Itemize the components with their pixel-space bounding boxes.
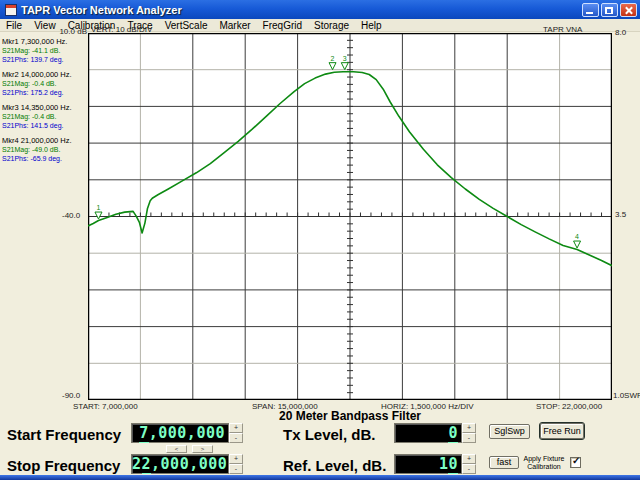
- window-bottom-border: [0, 475, 640, 480]
- marker3-readout: Mkr3 14,350,000 Hz. S21Mag: -0.4 dB. S21…: [2, 103, 88, 130]
- ref-level-field[interactable]: 10: [394, 454, 462, 474]
- marker1-phs: S21Phs: 139.7 deg.: [2, 55, 88, 64]
- app-window: TAPR Vector Network Analyzer File View C…: [0, 0, 640, 480]
- left-axis-mid-label: -40.0: [62, 211, 80, 220]
- start-frequency-field[interactable]: 7,000,000: [131, 423, 229, 443]
- single-sweep-button[interactable]: SglSwp: [489, 424, 530, 439]
- nudge-left-button[interactable]: <: [166, 445, 187, 453]
- marker1-number: 1: [97, 204, 101, 211]
- window-title: TAPR Vector Network Analyzer: [21, 4, 582, 16]
- apply-fixture-calibration-checkbox[interactable]: ✓: [570, 457, 581, 468]
- marker2-freq: Mkr2 14,000,000 Hz.: [2, 70, 88, 79]
- stop-freq-down-button[interactable]: -: [229, 464, 243, 474]
- plot-area: 1234: [88, 33, 612, 404]
- app-icon: [5, 4, 17, 16]
- tx-level-field[interactable]: 0: [394, 423, 462, 443]
- ref-level-up-button[interactable]: +: [462, 454, 476, 464]
- menu-vertscale[interactable]: VertScale: [159, 19, 214, 32]
- close-button[interactable]: [620, 3, 637, 17]
- minimize-button[interactable]: [582, 3, 599, 17]
- marker4-mag: S21Mag: -49.0 dB.: [2, 145, 88, 154]
- right-axis-bottom-label: 1.0SWR: [613, 391, 640, 400]
- tx-level-up-button[interactable]: +: [462, 423, 476, 433]
- tx-level-stepper: + -: [462, 423, 476, 443]
- start-frequency-stepper: + -: [229, 423, 243, 443]
- ref-level-stepper: + -: [462, 454, 476, 474]
- marker3-mag: S21Mag: -0.4 dB.: [2, 112, 88, 121]
- right-axis-top-label: 8.0: [615, 28, 626, 37]
- marker1-mag: S21Mag: -41.1 dB.: [2, 46, 88, 55]
- minimize-icon: [586, 12, 593, 14]
- ref-level-label: Ref. Level, dB.: [283, 457, 386, 474]
- marker4-number: 4: [575, 233, 579, 240]
- marker1-freq: Mkr1 7,300,000 Hz.: [2, 37, 88, 46]
- menu-freqgrid[interactable]: FreqGrid: [257, 19, 308, 32]
- start-freq-up-button[interactable]: +: [229, 423, 243, 433]
- stop-frequency-label: Stop Frequency: [7, 457, 120, 474]
- maximize-button[interactable]: [601, 3, 618, 17]
- menu-storage[interactable]: Storage: [308, 19, 355, 32]
- tx-level-down-button[interactable]: -: [462, 433, 476, 443]
- stop-frequency-stepper: + -: [229, 454, 243, 474]
- start-frequency-label: Start Frequency: [7, 426, 121, 443]
- checkmark-icon: ✓: [572, 455, 580, 466]
- marker4-freq: Mkr4 21,000,000 Hz.: [2, 136, 88, 145]
- maximize-icon: [605, 7, 613, 14]
- fast-button[interactable]: fast: [489, 456, 519, 469]
- marker2-phs: S21Phs: 175.2 deg.: [2, 88, 88, 97]
- nudge-right-button[interactable]: >: [192, 445, 213, 453]
- marker4-readout: Mkr4 21,000,000 Hz. S21Mag: -49.0 dB. S2…: [2, 136, 88, 163]
- chart-title: 20 Meter Bandpass Filter: [88, 409, 612, 423]
- ref-level-down-button[interactable]: -: [462, 464, 476, 474]
- right-axis-mid-label: 3.5: [615, 210, 626, 219]
- marker4-phs: S21Phs: -65.9 deg.: [2, 154, 88, 163]
- menu-marker[interactable]: Marker: [213, 19, 256, 32]
- start-freq-down-button[interactable]: -: [229, 433, 243, 443]
- marker3-freq: Mkr3 14,350,000 Hz.: [2, 103, 88, 112]
- left-axis-bottom-label: -90.0: [62, 391, 80, 400]
- menu-file[interactable]: File: [0, 19, 28, 32]
- left-axis-top-label: 10.0 dB: [54, 27, 87, 36]
- apply-fixture-calibration-label: Apply Fixture Calibration: [520, 455, 568, 470]
- marker2-number: 2: [331, 55, 335, 62]
- stop-freq-up-button[interactable]: +: [229, 454, 243, 464]
- stop-frequency-field[interactable]: 22,000,000: [131, 454, 229, 474]
- marker3-phs: S21Phs: 141.5 deg.: [2, 121, 88, 130]
- free-run-button[interactable]: Free Run: [540, 423, 584, 439]
- marker2-readout: Mkr2 14,000,000 Hz. S21Mag: -0.4 dB. S21…: [2, 70, 88, 97]
- title-bar: TAPR Vector Network Analyzer: [0, 0, 640, 19]
- s21-plot: 1234: [88, 33, 612, 400]
- marker2-mag: S21Mag: -0.4 dB.: [2, 79, 88, 88]
- menu-help[interactable]: Help: [355, 19, 388, 32]
- marker3-number: 3: [343, 55, 347, 62]
- tx-level-label: Tx Level, dB.: [283, 426, 376, 443]
- marker1-readout: Mkr1 7,300,000 Hz. S21Mag: -41.1 dB. S21…: [2, 37, 88, 64]
